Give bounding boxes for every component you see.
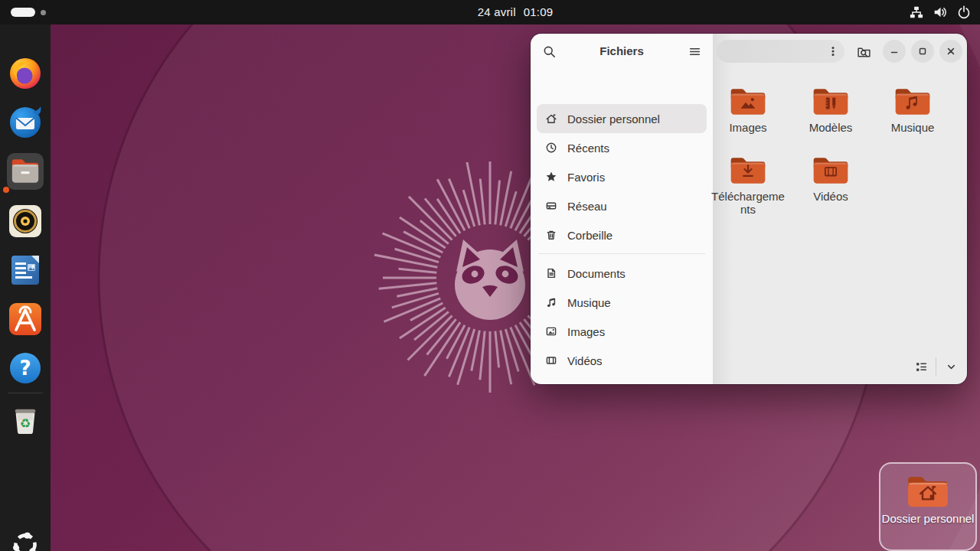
hamburger-menu-button[interactable] [682,39,707,64]
folder-item-templates[interactable]: Modèles [791,84,871,134]
sidebar-item-starred[interactable]: Favoris [537,162,707,191]
folder-item-downloads[interactable]: Téléchargements [708,153,788,216]
folder-label: Téléchargements [708,190,788,216]
minimize-button[interactable] [883,40,906,63]
trash-icon[interactable]: ♻ [7,401,44,438]
folder-icon [906,471,950,509]
network-icon [545,200,557,212]
trash-icon [545,229,557,241]
help-icon[interactable]: ? [7,350,44,386]
view-toggle-divider [936,357,936,376]
image-icon [545,325,557,337]
hamburger-menu-icon [688,45,701,58]
desktop-home-icon[interactable]: Dossier personnel [879,462,977,551]
sidebar-list: Dossier personnel Récents Favoris Réseau… [537,104,707,384]
sidebar-item-documents[interactable]: Documents [537,259,707,288]
sidebar-item-music[interactable]: Musique [537,288,707,317]
ubuntu-logo-icon[interactable] [7,527,44,551]
top-bar: 24 avril01:09 [0,0,980,24]
files-window: Fichiers Dossier personnel Récents Favor… [531,34,967,384]
clock-icon [545,142,557,154]
time-label: 01:09 [524,5,554,18]
folder-label: Vidéos [791,190,871,203]
kebab-menu-button[interactable] [821,39,845,64]
files-content-pane: Images Modèles Musique Téléchargements V… [713,34,967,384]
folder-item-music[interactable]: Musique [873,84,952,134]
sidebar-item-videos[interactable]: Vidéos [537,346,707,375]
app-center-icon[interactable] [7,301,44,337]
sidebar-item-home[interactable]: Dossier personnel [537,104,707,133]
files-icon[interactable] [7,153,44,190]
sidebar-item-pictures[interactable]: Images [537,317,707,346]
sidebar-item-trash[interactable]: Corbeille [537,220,707,249]
list-view-icon [915,360,928,373]
sidebar-item-network[interactable]: Réseau [537,191,707,220]
sidebar-header: Fichiers [531,34,713,69]
folder-icon [729,153,767,185]
download-icon [545,383,557,384]
date-label: 24 avril [478,5,516,18]
svg-text:♻: ♻ [20,416,31,431]
sidebar-item-downloads[interactable]: Téléchargements [537,375,707,384]
folder-item-videos[interactable]: Vidéos [791,153,871,203]
film-icon [545,354,557,367]
kebab-menu-icon [827,45,839,57]
music-note-icon [545,296,557,308]
content-headerbar [713,34,967,69]
dock-divider [8,393,43,393]
rhythmbox-icon[interactable] [7,203,44,240]
folder-search-icon [857,44,871,59]
view-toggle [911,357,961,377]
folder-icon [812,153,850,185]
libreoffice-writer-icon[interactable] [7,252,44,289]
folder-label: Images [708,121,788,134]
folder-search-button[interactable] [851,39,876,64]
close-icon [945,45,957,57]
maximize-icon [916,45,929,57]
folder-icon [893,84,932,116]
firefox-icon[interactable] [7,55,44,92]
folder-label: Modèles [791,121,871,134]
folder-label: Musique [873,121,952,134]
svg-text:?: ? [19,357,31,380]
network-icon[interactable] [910,5,923,19]
star-icon [545,171,557,183]
sidebar-item-recent[interactable]: Récents [537,133,707,162]
folder-item-images[interactable]: Images [708,84,788,134]
folder-icon [812,84,850,116]
list-view-button[interactable] [911,357,931,377]
maximize-button[interactable] [911,40,934,63]
close-button[interactable] [939,40,962,63]
clock-menu[interactable]: 24 avril01:09 [0,0,980,24]
system-status-area[interactable] [910,0,971,24]
folder-icon [729,84,767,116]
power-icon[interactable] [957,5,971,19]
volume-icon[interactable] [933,5,947,19]
mascot-face-icon [444,232,536,324]
minimize-icon [888,45,900,57]
folder-grid: Images Modèles Musique Téléchargements V… [713,69,967,384]
view-options-button[interactable] [941,357,961,377]
document-icon [545,267,557,279]
sidebar-divider [538,253,705,254]
dock: ? ♻ [0,24,51,551]
home-icon [545,112,557,125]
desktop-icon-label: Dossier personnel [880,512,975,526]
chevron-down-icon [946,361,957,373]
files-sidebar: Fichiers Dossier personnel Récents Favor… [531,34,713,384]
thunderbird-icon[interactable] [7,104,44,141]
running-indicator [3,187,9,193]
